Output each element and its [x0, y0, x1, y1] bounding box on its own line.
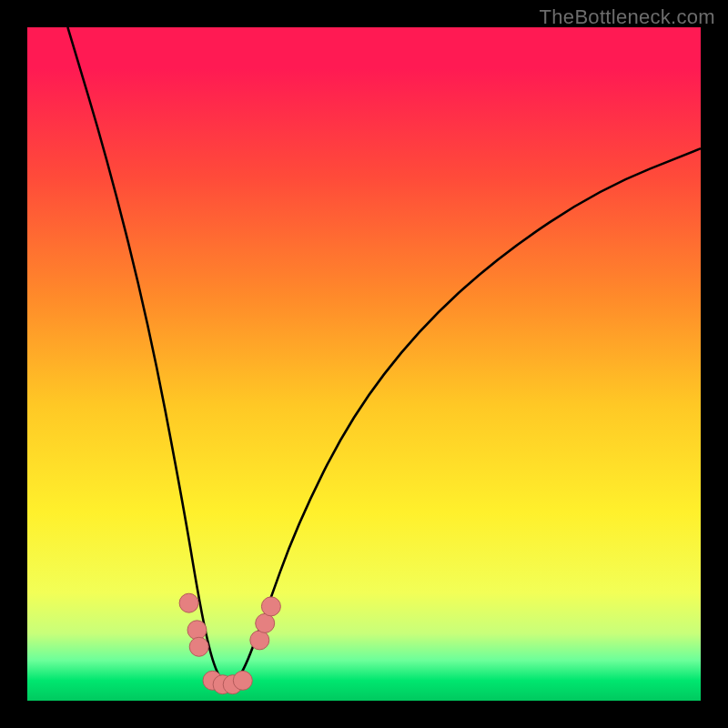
- data-point: [233, 671, 252, 690]
- plot-area: [27, 27, 701, 701]
- data-point: [189, 637, 208, 656]
- watermark-text: TheBottleneck.com: [540, 5, 715, 29]
- data-point: [250, 631, 269, 650]
- data-point: [179, 593, 198, 612]
- data-point: [256, 613, 275, 632]
- marker-layer: [27, 27, 701, 701]
- data-point: [187, 621, 207, 640]
- chart-stage: TheBottleneck.com: [0, 0, 728, 728]
- data-point: [261, 597, 280, 616]
